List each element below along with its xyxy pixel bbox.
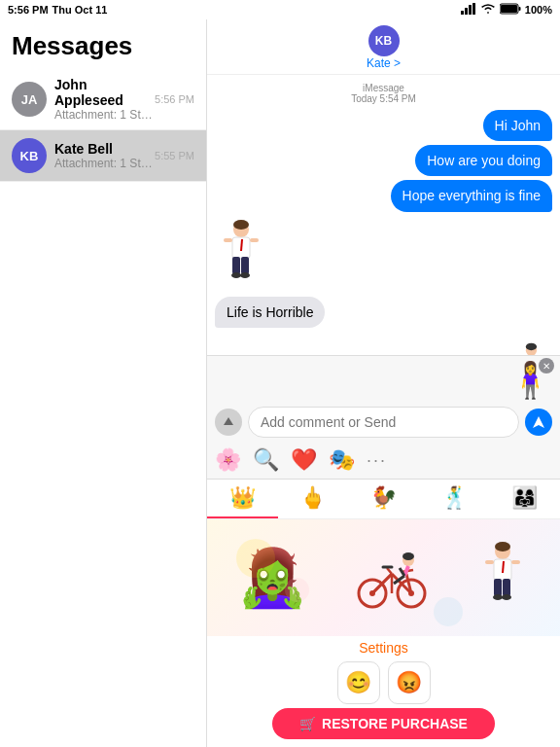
contact-info-john: John Appleseed Attachment: 1 Sticker bbox=[54, 77, 155, 122]
sticker-man[interactable] bbox=[476, 542, 530, 615]
svg-rect-57 bbox=[503, 579, 510, 596]
photos-icon[interactable]: 🌸 bbox=[215, 447, 241, 473]
emoji-btn-2[interactable]: 😡 bbox=[388, 661, 431, 704]
cart-icon: 🛒 bbox=[299, 716, 316, 731]
restore-purchase-button[interactable]: 🛒 RESTORE PURCHASE bbox=[272, 708, 495, 739]
svg-point-59 bbox=[502, 594, 511, 600]
svg-rect-56 bbox=[494, 579, 502, 596]
bike-sticker-svg bbox=[479, 336, 552, 355]
send-button[interactable] bbox=[525, 409, 552, 436]
imessage-label: iMessageToday 5:54 PM bbox=[215, 83, 552, 104]
remove-sticker-button[interactable]: ✕ bbox=[539, 358, 554, 374]
emoji-btn-1[interactable]: 😊 bbox=[337, 661, 380, 704]
chat-contact-name[interactable]: Kate > bbox=[367, 56, 401, 70]
search-icon[interactable]: 🔍 bbox=[253, 447, 279, 473]
contact-time-kate: 5:55 PM bbox=[155, 150, 194, 161]
sticker-panel: 👑 🖕 🐓 🕺 👨‍👩‍👧 🧟‍♀️ bbox=[207, 479, 560, 658]
sticker-tab-4[interactable]: 🕺 bbox=[419, 480, 490, 518]
avatar-ja: JA bbox=[12, 82, 47, 117]
wifi-icon bbox=[480, 3, 496, 17]
svg-point-8 bbox=[233, 220, 249, 230]
incoming-sticker-man: Life is Horrible bbox=[215, 220, 552, 328]
more-options-icon[interactable]: ··· bbox=[367, 450, 387, 471]
svg-rect-61 bbox=[511, 560, 520, 564]
input-area: 🧍‍♀️ ✕ 🌸 🔍 ❤️ 🎭 ··· bbox=[207, 355, 560, 479]
contact-item-john[interactable]: JA John Appleseed Attachment: 1 Sticker … bbox=[0, 69, 206, 130]
contact-preview-kate: Attachment: 1 Sticker bbox=[54, 157, 155, 170]
sticker-pack-icon[interactable]: 🎭 bbox=[329, 447, 355, 473]
chat-avatar: KB bbox=[368, 25, 400, 56]
status-bar: 5:56 PM Thu Oct 11 100% bbox=[0, 0, 560, 19]
chat-header: KB Kate > bbox=[207, 19, 560, 75]
svg-point-49 bbox=[402, 552, 414, 560]
svg-line-46 bbox=[387, 568, 392, 574]
svg-point-30 bbox=[526, 342, 537, 350]
svg-marker-35 bbox=[533, 416, 544, 428]
restore-label: RESTORE PURCHASE bbox=[322, 716, 468, 731]
msg-hi-john: Hi John bbox=[215, 110, 552, 141]
svg-rect-2 bbox=[469, 5, 472, 15]
contact-item-kate[interactable]: KB Kate Bell Attachment: 1 Sticker 5:55 … bbox=[0, 130, 206, 182]
sticker-bike[interactable] bbox=[353, 547, 431, 610]
sticker-tabs: 👑 🖕 🐓 🕺 👨‍👩‍👧 bbox=[207, 480, 560, 519]
svg-point-13 bbox=[240, 272, 250, 278]
contact-name-kate: Kate Bell bbox=[54, 141, 155, 157]
svg-marker-34 bbox=[224, 417, 233, 425]
messages-title: Messages bbox=[0, 19, 206, 69]
outgoing-bike-sticker: Delivered bbox=[215, 336, 552, 355]
bubble-hi-john: Hi John bbox=[483, 110, 552, 141]
bubble-hope-everything: Hope everything is fine bbox=[391, 180, 552, 211]
svg-point-54 bbox=[495, 542, 510, 551]
heart-icon[interactable]: ❤️ bbox=[291, 447, 317, 473]
avatar-kb: KB bbox=[12, 138, 47, 173]
svg-rect-3 bbox=[472, 3, 475, 15]
toolbar-icons: 🌸 🔍 ❤️ 🎭 ··· bbox=[207, 444, 560, 479]
svg-rect-60 bbox=[485, 560, 494, 564]
svg-point-58 bbox=[493, 594, 503, 600]
msg-how-are-you: How are you doing bbox=[215, 145, 552, 176]
expand-button[interactable] bbox=[215, 409, 242, 436]
icon-btn-row: 😊 😡 bbox=[337, 661, 431, 704]
status-date: Thu Oct 11 bbox=[52, 4, 108, 16]
svg-rect-0 bbox=[461, 11, 464, 15]
svg-rect-5 bbox=[501, 5, 517, 13]
svg-point-12 bbox=[231, 272, 241, 278]
contact-time-john: 5:56 PM bbox=[155, 93, 194, 105]
contact-info-kate: Kate Bell Attachment: 1 Sticker bbox=[54, 141, 155, 170]
sticker-tab-3[interactable]: 🐓 bbox=[348, 480, 419, 518]
status-time: 5:56 PM bbox=[8, 4, 49, 16]
input-row bbox=[207, 401, 560, 444]
battery-icon bbox=[500, 3, 521, 17]
svg-rect-6 bbox=[518, 7, 520, 11]
svg-rect-1 bbox=[465, 8, 468, 15]
bubble-life-horrible: Life is Horrible bbox=[215, 297, 325, 328]
sticker-tab-2[interactable]: 🖕 bbox=[278, 480, 349, 518]
svg-rect-10 bbox=[232, 257, 240, 274]
svg-line-52 bbox=[400, 568, 404, 576]
sticker-grid: 🧟‍♀️ bbox=[207, 519, 560, 636]
svg-rect-14 bbox=[224, 238, 232, 242]
svg-line-42 bbox=[372, 574, 392, 593]
contacts-list: JA John Appleseed Attachment: 1 Sticker … bbox=[0, 69, 206, 182]
sticker-tab-5[interactable]: 👨‍👩‍👧 bbox=[489, 480, 560, 518]
bottom-buttons: 😊 😡 🛒 RESTORE PURCHASE bbox=[207, 658, 560, 747]
settings-label[interactable]: Settings bbox=[207, 636, 560, 658]
message-input[interactable] bbox=[248, 407, 519, 438]
contact-name-john: John Appleseed bbox=[54, 77, 155, 108]
signal-icon bbox=[461, 3, 476, 17]
messages-container: iMessageToday 5:54 PM Hi John How are yo… bbox=[207, 75, 560, 355]
sticker-preview-row: 🧍‍♀️ ✕ bbox=[207, 356, 560, 401]
sticker-tab-1[interactable]: 👑 bbox=[207, 480, 278, 518]
chat-area: KB Kate > iMessageToday 5:54 PM Hi John … bbox=[207, 19, 560, 747]
main-layout: Messages JA John Appleseed Attachment: 1… bbox=[0, 19, 560, 747]
bubble-how-are-you: How are you doing bbox=[415, 145, 552, 176]
sidebar: Messages JA John Appleseed Attachment: 1… bbox=[0, 19, 207, 747]
svg-rect-15 bbox=[250, 238, 259, 242]
contact-preview-john: Attachment: 1 Sticker bbox=[54, 108, 155, 122]
man-sticker-svg bbox=[215, 220, 268, 293]
msg-hope-everything: Hope everything is fine bbox=[215, 180, 552, 211]
svg-rect-11 bbox=[241, 257, 249, 274]
battery-pct: 100% bbox=[525, 4, 552, 16]
